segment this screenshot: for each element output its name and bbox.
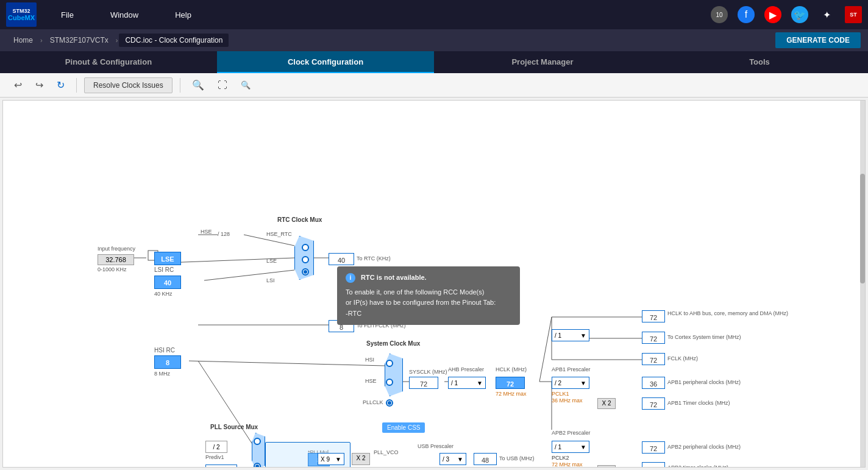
generate-code-button[interactable]: GENERATE CODE xyxy=(775,32,861,48)
apb2-timer-label: APB2 timer clocks (MHz) xyxy=(667,465,728,468)
fullscreen-button[interactable]: ⛶ xyxy=(213,77,232,94)
apb2-div-select[interactable]: / 1▼ xyxy=(552,441,589,453)
nav-help[interactable]: Help xyxy=(175,10,191,20)
apb1-periph-value[interactable]: 36 xyxy=(642,377,665,389)
hse-rtc-line-label: HSE_RTC xyxy=(266,231,292,237)
hclk-max: 72 MHz max xyxy=(496,391,527,397)
zoom-in-button[interactable]: 🔍 xyxy=(188,76,208,94)
prediv1-div2: / 2 xyxy=(205,441,227,453)
hclk-ahb-value[interactable]: 72 xyxy=(642,310,665,322)
apb1-timer-value[interactable]: 72 xyxy=(642,397,665,410)
facebook-icon[interactable]: f xyxy=(738,6,755,23)
usb-prescaler-label: USB Prescaler xyxy=(418,443,454,449)
rtc-lsi-radio[interactable] xyxy=(302,268,309,276)
refresh-button[interactable]: ↻ xyxy=(52,76,69,94)
prediv1-label: Prediv1 xyxy=(205,454,224,460)
main-area: Input frequency 32.768 0-1000 KHz LSE LS… xyxy=(0,98,868,470)
clock-diagram-canvas[interactable]: Input frequency 32.768 0-1000 KHz LSE LS… xyxy=(2,100,866,468)
hsi-box[interactable]: 8 xyxy=(154,355,181,369)
fclk-value[interactable]: 72 xyxy=(642,353,665,365)
lse-box[interactable]: LSE xyxy=(154,252,181,265)
usb-value[interactable]: 48 xyxy=(474,453,497,465)
svg-line-9 xyxy=(189,361,385,366)
svg-line-14 xyxy=(539,317,552,382)
rtc-lse-radio[interactable] xyxy=(302,256,309,263)
div128-label: / 128 xyxy=(218,231,230,237)
hsi-rc-label: HSI RC xyxy=(154,347,175,354)
breadcrumb-home[interactable]: Home xyxy=(7,34,39,47)
sys-hse-radio[interactable] xyxy=(386,379,393,386)
ahb-div-select[interactable]: / 1▼ xyxy=(448,377,486,389)
tab-project[interactable]: Project Manager xyxy=(434,51,651,73)
apb2-x1-box: X 1 xyxy=(597,465,616,468)
ahb-prescaler-label: AHB Prescaler xyxy=(448,366,484,372)
hclk-label: HCLK (MHz) xyxy=(496,366,527,372)
youtube-icon[interactable]: ▶ xyxy=(764,6,781,23)
pll-hsi-radio[interactable] xyxy=(254,438,261,445)
redo-button[interactable]: ↪ xyxy=(31,76,48,94)
top-icons: 10 f ▶ 🐦 ✦ ST xyxy=(711,6,862,23)
breadcrumb-file[interactable]: CDC.ioc - Clock Configuration xyxy=(119,34,229,47)
usb-div-select[interactable]: / 3▼ xyxy=(439,453,466,465)
tab-bar: Pinout & Configuration Clock Configurati… xyxy=(0,51,868,73)
pll-mul-select[interactable]: X 9▼ xyxy=(318,453,344,465)
resolve-clock-button[interactable]: Resolve Clock Issues xyxy=(84,77,173,93)
hse-mux-label: HSE xyxy=(365,378,377,384)
rtc-hse-radio[interactable] xyxy=(302,244,309,251)
network-icon[interactable]: ✦ xyxy=(818,6,835,23)
hclk-ahb-label: HCLK to AHB bus, core, memory and DMA (M… xyxy=(667,310,788,316)
cortex-timer-value[interactable]: 72 xyxy=(642,332,665,344)
lsi-line-label: LSI xyxy=(266,277,275,283)
apb2-timer-value[interactable]: 72 xyxy=(642,462,665,468)
hclk-div-select[interactable]: / 1▼ xyxy=(552,329,589,341)
pll-hse-radio[interactable] xyxy=(254,463,261,468)
tab-tools[interactable]: Tools xyxy=(651,51,868,73)
apb2-prescaler-label: APB2 Prescaler xyxy=(552,430,591,436)
apb1-x2-box: X 2 xyxy=(597,398,616,409)
apb1-div-select[interactable]: / 2▼ xyxy=(552,377,589,389)
nav-window[interactable]: Window xyxy=(110,10,138,20)
rtc-clock-mux-label: RTC Clock Mux xyxy=(277,216,322,223)
sysclk-value[interactable]: 72 xyxy=(409,377,438,389)
hse-rtc-label: HSE xyxy=(201,229,212,235)
rtc-output-value[interactable]: 40 xyxy=(329,253,354,265)
zoom-out-button[interactable]: 🔍 xyxy=(237,77,255,93)
sys-hsi-radio[interactable] xyxy=(386,360,393,367)
separator xyxy=(76,78,77,93)
pllclk-mux-label: PLLCLK xyxy=(363,399,383,405)
pclk2-label: PCLK2 xyxy=(552,455,569,461)
nav-file[interactable]: File xyxy=(61,10,74,20)
tab-clock[interactable]: Clock Configuration xyxy=(217,51,434,73)
input-freq-range: 0-1000 KHz xyxy=(98,266,127,272)
scrollbar-thumb[interactable] xyxy=(860,174,865,283)
pll-vco-label: PLL_VCO xyxy=(374,449,399,455)
x2-box: X 2 xyxy=(352,453,370,465)
pclk1-label: PCLK1 xyxy=(552,391,569,397)
twitter-icon[interactable]: 🐦 xyxy=(791,6,808,23)
st-logo[interactable]: ST xyxy=(845,6,862,23)
toolbar: ↩ ↪ ↻ Resolve Clock Issues 🔍 ⛶ 🔍 xyxy=(0,73,868,98)
fclk-label: FCLK (MHz) xyxy=(667,355,698,361)
hsi-mux-label: HSI xyxy=(365,357,374,363)
apb2-periph-value[interactable]: 72 xyxy=(642,441,665,454)
prediv1-select[interactable]: / 1▼ xyxy=(205,465,237,468)
scrollbar[interactable] xyxy=(860,101,865,467)
separator2 xyxy=(180,78,180,93)
breadcrumb-device[interactable]: STM32F107VCTx xyxy=(44,34,115,47)
lsi-value-box[interactable]: 40 xyxy=(154,276,181,289)
tab-pinout[interactable]: Pinout & Configuration xyxy=(0,51,217,73)
apb1-prescaler-label: APB1 Prescaler xyxy=(552,366,591,372)
tooltip-info-icon: i xyxy=(346,273,355,283)
pclk2-max: 72 MHz max xyxy=(552,461,583,468)
breadcrumb-bar: Home › STM32F107VCTx › CDC.ioc - Clock C… xyxy=(0,29,868,51)
to-rtc-label: To RTC (KHz) xyxy=(357,255,391,262)
undo-button[interactable]: ↩ xyxy=(10,76,26,94)
logo: STM32 CubeMX xyxy=(6,2,37,27)
hclk-value[interactable]: 72 xyxy=(496,377,525,389)
sys-pll-radio[interactable] xyxy=(386,399,393,407)
top-bar: STM32 CubeMX File Window Help 10 f ▶ 🐦 ✦… xyxy=(0,0,868,29)
apb1-periph-label: APB1 peripheral clocks (MHz) xyxy=(667,379,741,385)
logo-mid: CubeMX xyxy=(8,14,35,21)
input-freq-value[interactable]: 32.768 xyxy=(98,254,134,265)
enable-css-button[interactable]: Enable CSS xyxy=(382,422,425,433)
